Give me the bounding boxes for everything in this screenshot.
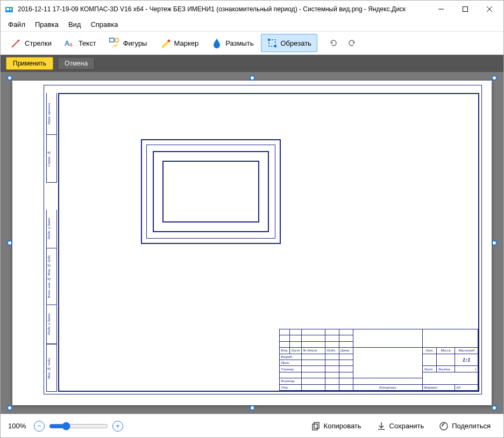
drawing-surface[interactable]: Перв. примен. Справ. № Подп. и дата Взам… [12,81,492,405]
svg-point-2 [10,8,12,10]
title-block: Изм.Лист№ докум.Подп.Дата Лит.МассаМасшт… [279,329,478,391]
svg-rect-15 [268,39,270,41]
tool-shapes[interactable]: Фигуры [103,34,153,52]
arrow-icon [11,38,22,48]
menubar: Файл Правка Вид Справка [1,18,503,31]
side-cell: Подп. и дата [46,210,57,248]
copy-icon [311,421,321,431]
tool-crop-label: Обрезать [281,39,311,47]
zoom-slider[interactable] [49,422,108,430]
menu-view[interactable]: Вид [64,19,86,30]
tool-text-label: Текст [79,39,96,47]
tool-crop[interactable]: Обрезать [261,34,317,52]
menu-help[interactable]: Справка [86,19,122,30]
crop-handle-top-right[interactable] [492,75,497,81]
svg-rect-19 [313,424,317,430]
tool-arrows-label: Стрелки [25,39,52,47]
app-icon [5,5,13,13]
redo-button[interactable] [343,34,361,52]
side-cell: Справ. № [46,135,57,183]
svg-text:A: A [65,39,69,47]
share-icon [439,421,449,431]
canvas-area: Перв. примен. Справ. № Подп. и дата Взам… [1,72,503,414]
svg-point-12 [115,39,118,42]
crop-action-bar: Применить Отмена [1,55,503,72]
zoom-percent: 100% [8,422,30,430]
svg-rect-11 [110,38,114,42]
side-cell: Подп. и дата [46,305,57,344]
share-button[interactable]: Поделиться [434,418,496,434]
download-icon [377,421,386,431]
tool-text[interactable]: Aa Текст [59,34,102,52]
cad-frame-inner: Изм.Лист№ докум.Подп.Дата Лит.МассаМасшт… [58,93,479,392]
side-cell: Взам. инв. № Инв. № дубл. [46,248,57,305]
close-button[interactable] [477,1,501,17]
crop-handle-bot-mid[interactable] [250,405,255,411]
drawing-views [141,139,281,244]
rect-inner [162,161,259,222]
tool-shapes-label: Фигуры [123,39,147,47]
tool-blur[interactable]: Размыть [205,34,259,52]
tool-arrows[interactable]: Стрелки [5,34,58,52]
crop-handle-bot-right[interactable] [492,405,497,411]
svg-point-22 [442,426,443,427]
window-controls [429,1,501,17]
copy-button[interactable]: Копировать [306,418,367,434]
window-title: 2016-12-11 17-19-09 КОМПАС-3D V16 x64 - … [18,5,429,13]
tool-blur-label: Размыть [225,39,253,47]
svg-rect-16 [274,45,276,47]
tool-marker-label: Маркер [174,39,198,47]
side-cell: Инв. № подл. [46,344,57,392]
footer: 100% − + Копировать Сохранить Поделиться [1,414,503,437]
menu-edit[interactable]: Правка [31,19,63,30]
zoom-in-button[interactable]: + [112,421,123,432]
side-cell: Перв. примен. [46,93,57,135]
toolbar: Стрелки Aa Текст Фигуры Маркер Размыть О… [1,31,503,55]
apply-button[interactable]: Применить [6,57,53,70]
crop-handle-bot-left[interactable] [7,405,12,411]
crop-handle-mid-right[interactable] [492,240,497,246]
svg-rect-4 [463,7,467,12]
side-strip: Перв. примен. Справ. № Подп. и дата Взам… [46,93,57,392]
crop-handle-top-left[interactable] [7,75,12,81]
undo-icon [328,38,338,48]
tool-marker[interactable]: Маркер [154,34,204,52]
save-label: Сохранить [389,422,424,430]
marker-icon [160,38,171,48]
menu-file[interactable]: Файл [4,19,30,30]
shapes-icon [109,38,120,48]
text-icon: Aa [65,38,75,48]
maximize-button[interactable] [453,1,477,17]
share-label: Поделиться [452,422,491,430]
undo-button[interactable] [324,34,342,52]
svg-text:a: a [69,41,73,47]
blur-icon [211,38,222,48]
cancel-button[interactable]: Отмена [58,57,95,70]
zoom-out-button[interactable]: − [34,421,45,432]
copy-label: Копировать [324,422,361,430]
cad-frame-outer: Перв. примен. Справ. № Подп. и дата Взам… [44,85,482,394]
crop-handle-top-mid[interactable] [250,75,255,81]
svg-point-13 [117,44,118,45]
redo-icon [347,38,358,48]
save-button[interactable]: Сохранить [371,418,430,434]
titlebar: 2016-12-11 17-19-09 КОМПАС-3D V16 x64 - … [1,1,503,18]
svg-rect-1 [6,8,9,10]
svg-rect-20 [314,422,319,428]
crop-icon [267,38,278,48]
crop-handle-mid-left[interactable] [7,240,12,246]
minimize-button[interactable] [429,1,453,17]
app-window: 2016-12-11 17-19-09 КОМПАС-3D V16 x64 - … [0,0,504,438]
